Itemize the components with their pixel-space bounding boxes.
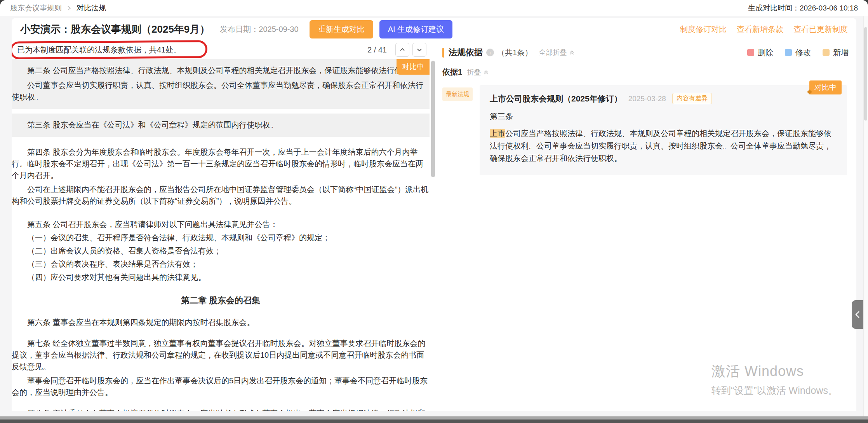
basis-collapse-toggle[interactable]: 折叠	[467, 68, 489, 77]
modify-color-swatch	[785, 49, 792, 56]
doc-paragraph: 公司董事会应当切实履行职责，认真、按时组织股东会。公司全体董事应当勤勉尽责，确保…	[12, 79, 426, 103]
doc-paragraph: 第三条 股东会应当在《公司法》和《公司章程》规定的范围内行使职权。	[12, 119, 426, 131]
link-view-updated-policy[interactable]: 查看已更新制度	[793, 24, 848, 35]
chevron-left-icon	[854, 310, 861, 319]
regulation-card-row: 最新法规 对比中 上市公司股东会规则（2025年修订） 2025-03-28 内…	[436, 85, 856, 175]
diff-legend: 删除 修改 新增	[747, 47, 849, 58]
breadcrumb-root[interactable]: 股东会议事规则	[10, 3, 62, 13]
ai-suggestion-button[interactable]: AI 生成修订建议	[379, 20, 452, 38]
window-scrollbar-thumb[interactable]	[864, 27, 867, 121]
document-viewer[interactable]: 对比中 第二条 公司应当严格按照法律、行政法规、本规则及公司章程的相关规定召开股…	[12, 59, 430, 411]
chevron-up-icon	[399, 47, 405, 53]
doc-paragraph: 公司在上述期限内不能召开股东会的，应当报告公司所在地中国证券监督管理委员会（以下…	[12, 184, 430, 207]
doc-paragraph: 第六条 董事会应当在本规则第四条规定的期限内按时召集股东会。	[12, 316, 430, 328]
double-chevron-up-icon	[483, 69, 489, 75]
collapse-all-toggle[interactable]: 全部折叠	[539, 48, 575, 57]
chevron-right-icon	[66, 5, 72, 11]
regulation-title: 上市公司股东会规则（2025年修订）	[490, 93, 622, 104]
publish-date: 发布日期：2025-09-30	[220, 24, 298, 35]
latest-regulation-badge: 最新法规	[442, 87, 473, 101]
panel-collapse-tab[interactable]	[852, 300, 863, 329]
doc-list-item: （二）出席会议人员的资格、召集人资格是否合法有效；	[12, 245, 430, 257]
regulation-date: 2025-03-28	[628, 94, 666, 103]
doc-paragraph: 第五条 公司召开股东会，应当聘请律师对以下问题出具法律意见并公告：	[12, 218, 430, 230]
page-title: 小安演示：股东会议事规则（2025年9月）	[20, 23, 210, 36]
added-text-highlight: 上市	[490, 129, 505, 138]
doc-list-item: （三）会议的表决程序、表决结果是否合法有效；	[12, 258, 430, 270]
document-scrollbar[interactable]	[431, 61, 435, 177]
legend-add: 新增	[823, 47, 849, 58]
doc-paragraph: 董事会同意召开临时股东会的，应当在作出董事会决议后的5日内发出召开股东会的通知；…	[12, 375, 430, 398]
content-diff-badge: 内容有差异	[672, 93, 712, 104]
doc-paragraph: 第八条 审计委员会向董事会提议召开临时股东会，应当以书面形式向董事会提出。董事会…	[12, 407, 430, 411]
link-revision-compare[interactable]: 制度修订对比	[680, 24, 727, 35]
regulation-panel-header: 法规依据 （共1条） 全部折叠 删除 修改	[436, 40, 856, 58]
generated-time: 生成对比时间：2026-03-06 10:18	[748, 3, 858, 13]
regulation-clause-text: 上市公司应当严格按照法律、行政法规、本规则及公司章程的相关规定召开股东会，保证股…	[490, 127, 837, 164]
taskbar-edge	[0, 420, 868, 423]
basis-header-row: 依据1 折叠	[436, 58, 856, 77]
doc-paragraph: 第四条 股东会分为年度股东会和临时股东会。年度股东会每年召开一次，应当于上一会计…	[12, 146, 430, 181]
match-pagination: 2 / 41	[367, 45, 387, 54]
prev-match-button[interactable]	[395, 43, 409, 57]
section-title: 法规依据	[449, 47, 483, 58]
document-header: 小安演示：股东会议事规则（2025年9月） 发布日期：2025-09-30 重新…	[12, 18, 856, 40]
regulation-article-number: 第三条	[490, 111, 837, 122]
basis-count: （共1条）	[497, 47, 532, 58]
top-bar: 股东会议事规则 对比法规 生成对比时间：2026-03-06 10:18	[0, 0, 868, 16]
window-scrollbar[interactable]	[863, 16, 868, 416]
accent-bar	[442, 48, 444, 58]
regulation-title-row: 上市公司股东会规则（2025年修订） 2025-03-28 内容有差异	[490, 93, 837, 104]
header-links: 制度修订对比 查看新增条款 查看已更新制度	[680, 24, 848, 35]
comparing-badge: 对比中	[397, 59, 430, 75]
doc-paragraph: 第七条 经全体独立董事过半数同意，独立董事有权向董事会提议召开临时股东会。对独立…	[12, 337, 430, 372]
double-chevron-up-icon	[569, 49, 575, 56]
regenerate-compare-button[interactable]: 重新生成对比	[310, 20, 373, 38]
comparing-badge: 对比中	[809, 80, 842, 94]
legend-delete: 删除	[747, 47, 773, 58]
link-view-new-clauses[interactable]: 查看新增条款	[737, 24, 783, 35]
windows-activation-watermark: 激活 Windows 转到“设置”以激活 Windows。	[711, 362, 838, 397]
app-window: 股东会议事规则 对比法规 生成对比时间：2026-03-06 10:18 小安演…	[0, 0, 868, 416]
basis-label: 依据1	[442, 67, 462, 77]
doc-list-item: （一）会议的召集、召开程序是否符合法律、行政法规、本规则和《公司章程》的规定；	[12, 232, 430, 243]
legend-modify: 修改	[785, 47, 811, 58]
regulation-basis-panel: 法规依据 （共1条） 全部折叠 删除 修改	[436, 40, 856, 411]
breadcrumb: 股东会议事规则 对比法规	[10, 3, 106, 13]
breadcrumb-current: 对比法规	[77, 3, 106, 13]
policy-document-panel: 已为本制度匹配关联的法规条款依据，共41处。 2 / 41 对比中 第二条 公司…	[12, 40, 436, 411]
add-color-swatch	[823, 49, 830, 56]
main-card: 小安演示：股东会议事规则（2025年9月） 发布日期：2025-09-30 重新…	[12, 18, 856, 411]
window-bottom-edge	[0, 416, 868, 420]
doc-paragraph: 第二条 公司应当严格按照法律、行政法规、本规则及公司章程的相关规定召开股东会，保…	[12, 65, 426, 76]
chevron-down-icon	[416, 47, 423, 53]
match-info-row: 已为本制度匹配关联的法规条款依据，共41处。 2 / 41	[12, 40, 436, 59]
highlighted-clause-block[interactable]: 对比中 第二条 公司应当严格按照法律、行政法规、本规则及公司章程的相关规定召开股…	[12, 59, 430, 109]
regulation-card[interactable]: 对比中 上市公司股东会规则（2025年修订） 2025-03-28 内容有差异 …	[480, 85, 847, 175]
delete-color-swatch	[747, 49, 754, 56]
info-icon[interactable]	[486, 49, 494, 56]
match-note: 已为本制度匹配关联的法规条款依据，共41处。	[17, 45, 181, 55]
highlighted-clause-block[interactable]: 第三条 股东会应当在《公司法》和《公司章程》规定的范围内行使职权。	[12, 114, 430, 137]
doc-list-item: （四）应公司要求对其他有关问题出具的法律意见。	[12, 271, 430, 283]
chapter-heading: 第二章 股东会的召集	[12, 295, 430, 306]
next-match-button[interactable]	[412, 43, 426, 57]
